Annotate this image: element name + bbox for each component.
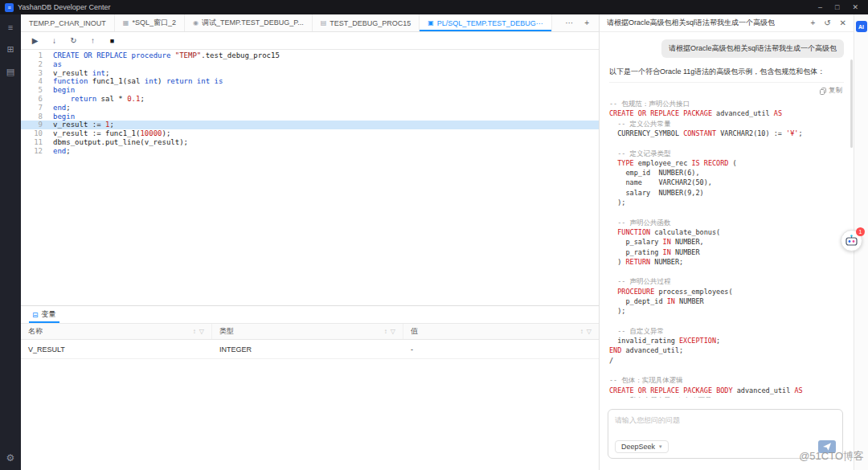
editor-line-5: 5begin xyxy=(21,86,599,95)
filter-icon[interactable]: ▽ xyxy=(199,328,204,335)
bottom-panel-tabs: ⊟ 变量 xyxy=(21,306,599,324)
app-logo-icon: ≡ xyxy=(5,3,14,12)
plsql-console-icon: ▣ xyxy=(428,19,434,27)
tab-overflow-button[interactable]: ··· xyxy=(565,18,573,27)
files-icon[interactable]: ▤ xyxy=(6,67,14,77)
line-number: 2 xyxy=(21,60,53,69)
main-area: TEMP.P_CHAR_INOUT▦*SQL_窗口_2◉调试_TEMP.TEST… xyxy=(21,14,599,470)
line-number: 10 xyxy=(21,129,53,138)
history-icon[interactable]: ↺ xyxy=(824,18,830,27)
sort-icon[interactable]: ↕ xyxy=(580,328,583,335)
code-line xyxy=(609,138,844,148)
notification-badge: 1 xyxy=(856,227,865,236)
editor-line-6: 6 return sal * 0.1; xyxy=(21,95,599,104)
tab-调试_TEMP.TEST_DEBUG_P...[interactable]: ◉调试_TEMP.TEST_DEBUG_P... xyxy=(185,14,313,31)
code-line xyxy=(609,317,844,326)
watermark: @51CTO博客 xyxy=(799,449,864,464)
tab-*SQL_窗口_2[interactable]: ▦*SQL_窗口_2 xyxy=(115,14,185,31)
code-line: -- 自定义异常 xyxy=(609,326,844,336)
code-line: ); xyxy=(609,198,844,207)
code-line: TYPE employee_rec IS RECORD ( xyxy=(609,158,844,168)
assistant-robot-button[interactable]: 1 xyxy=(841,230,862,251)
code-line: CREATE OR REPLACE PACKAGE advanced_util … xyxy=(609,108,844,118)
new-chat-icon[interactable]: + xyxy=(810,18,815,27)
step-into-button[interactable]: ↓ xyxy=(49,36,59,45)
ai-assistant-toggle[interactable]: AI xyxy=(856,21,867,32)
editor-line-12: 12end; xyxy=(21,147,599,156)
line-code: v_result int; xyxy=(53,69,109,78)
sql-editor[interactable]: 1CREATE OR REPLACE procedure "TEMP".test… xyxy=(21,50,599,305)
tab-PL/SQL_TEMP.TEST_DEBUG···[interactable]: ▣PL/SQL_TEMP.TEST_DEBUG··· xyxy=(420,14,551,31)
table-cell: INTEGER xyxy=(212,340,403,358)
minimize-button[interactable]: – xyxy=(818,3,822,11)
line-code: as xyxy=(53,60,62,69)
close-button[interactable]: ✕ xyxy=(852,3,858,11)
code-line: -- 声明公共函数 xyxy=(609,218,844,227)
model-selector[interactable]: DeepSeek ▾ xyxy=(615,440,669,453)
filter-icon[interactable]: ▽ xyxy=(587,328,592,335)
code-line: CREATE OR REPLACE PACKAGE BODY advanced_… xyxy=(609,386,844,395)
chat-scrollbar[interactable] xyxy=(850,59,853,148)
close-chat-icon[interactable]: ✕ xyxy=(840,18,846,27)
connections-icon[interactable]: ≡ xyxy=(8,22,13,32)
code-line: p_rating IN NUMBER xyxy=(609,247,844,257)
sql-window-icon: ▦ xyxy=(123,19,129,27)
column-header-value[interactable]: 值 ↕▽ xyxy=(403,324,599,339)
code-line: -- 声明公共过程 xyxy=(609,276,844,286)
line-code: end; xyxy=(53,147,71,156)
settings-icon[interactable]: ⚙ xyxy=(6,452,15,464)
code-line: -- 定义公共常量 xyxy=(609,119,844,129)
chat-messages[interactable]: 请根据Oracle高级包相关sql语法帮我生成一个高级包 以下是一个符合Orac… xyxy=(600,32,854,398)
code-line xyxy=(609,366,844,375)
code-line: -- 包体：实现具体逻辑 xyxy=(609,375,844,385)
new-tab-button[interactable]: + xyxy=(584,18,589,27)
editor-tabbar: TEMP.P_CHAR_INOUT▦*SQL_窗口_2◉调试_TEMP.TEST… xyxy=(21,14,599,32)
copy-code-button[interactable]: 复制 xyxy=(609,82,844,99)
activity-bar: ≡⊞▤ ⚙ xyxy=(0,14,21,470)
line-number: 3 xyxy=(21,69,53,78)
maximize-button[interactable]: □ xyxy=(835,3,839,11)
code-line: emp_id NUMBER(6), xyxy=(609,168,844,178)
line-number: 4 xyxy=(21,77,53,86)
column-header-type[interactable]: 类型 ↕▽ xyxy=(212,324,403,339)
line-number: 1 xyxy=(21,51,53,60)
rail-icons: ≡⊞▤ xyxy=(6,22,14,77)
code-line xyxy=(609,207,844,217)
line-number: 8 xyxy=(21,112,53,121)
step-over-button[interactable]: ↻ xyxy=(68,36,79,45)
code-line: FUNCTION calculate_bonus( xyxy=(609,227,844,237)
editor-line-10: 10v_result := func1_1(10000); xyxy=(21,129,599,138)
table-row[interactable]: V_RESULTINTEGER- xyxy=(21,340,599,359)
step-out-button[interactable]: ↑ xyxy=(88,36,98,45)
column-header-name[interactable]: 名称 ↕▽ xyxy=(21,324,212,339)
user-message-row: 请根据Oracle高级包相关sql语法帮我生成一个高级包 xyxy=(609,39,844,58)
code-line: p_salary IN NUMBER, xyxy=(609,237,844,247)
code-line: ); xyxy=(609,306,844,316)
line-code: CREATE OR REPLACE procedure "TEMP".test_… xyxy=(53,51,280,60)
code-line: salary NUMBER(9,2) xyxy=(609,188,844,198)
filter-icon[interactable]: ▽ xyxy=(391,328,395,335)
sort-icon[interactable]: ↕ xyxy=(384,328,387,335)
line-code: v_result := func1_1(10000); xyxy=(53,129,170,138)
editor-line-8: 8begin xyxy=(21,112,599,121)
chat-input-placeholder: 请输入您想问的问题 xyxy=(615,415,836,426)
resume-button[interactable]: ▶ xyxy=(30,36,40,45)
tab-variables[interactable]: ⊟ 变量 xyxy=(29,306,59,323)
tab-TEMP.P_CHAR_INOUT[interactable]: TEMP.P_CHAR_INOUT xyxy=(21,14,115,31)
line-number: 12 xyxy=(21,147,53,156)
tab-label: PL/SQL_TEMP.TEST_DEBUG··· xyxy=(437,19,543,27)
editor-line-9: 9v_result := 1; xyxy=(21,121,599,129)
tab-TEST_DEBUG_PROC15[interactable]: ▤TEST_DEBUG_PROC15 xyxy=(313,14,420,31)
sort-icon[interactable]: ↕ xyxy=(193,328,196,335)
editor-line-1: 1CREATE OR REPLACE procedure "TEMP".test… xyxy=(21,51,599,60)
objects-icon[interactable]: ⊞ xyxy=(6,44,14,55)
table-cell: - xyxy=(403,340,599,358)
debug-icon: ◉ xyxy=(193,19,199,27)
editor-line-2: 2as xyxy=(21,60,599,69)
code-line: -- 定义记录类型 xyxy=(609,149,844,158)
app-title: YashanDB Developer Center xyxy=(18,3,110,11)
variables-icon: ⊟ xyxy=(32,311,39,319)
code-line: CURRENCY_SYMBOL CONSTANT VARCHAR2(10) :=… xyxy=(609,129,844,138)
stop-button[interactable]: ■ xyxy=(107,37,117,45)
variables-tab-label: 变量 xyxy=(42,309,56,320)
